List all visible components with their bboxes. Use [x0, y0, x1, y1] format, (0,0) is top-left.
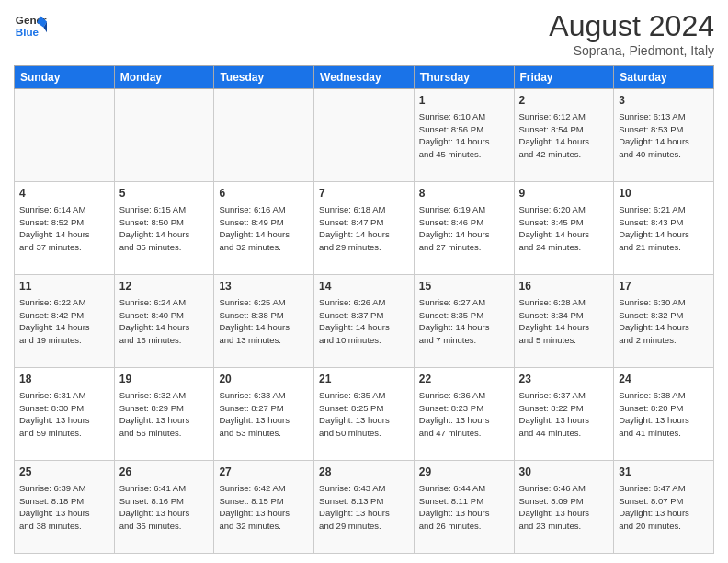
day-number-20: 20: [219, 372, 309, 387]
day-info-5: Sunrise: 6:15 AM Sunset: 8:50 PM Dayligh…: [119, 203, 210, 254]
day-info-6: Sunrise: 6:16 AM Sunset: 8:49 PM Dayligh…: [219, 203, 309, 254]
day-cell-1-3: 7Sunrise: 6:18 AM Sunset: 8:47 PM Daylig…: [314, 182, 415, 275]
day-info-29: Sunrise: 6:44 AM Sunset: 8:11 PM Dayligh…: [419, 482, 509, 533]
day-number-24: 24: [619, 372, 709, 387]
day-cell-0-5: 2Sunrise: 6:12 AM Sunset: 8:54 PM Daylig…: [514, 89, 614, 182]
day-number-21: 21: [319, 372, 409, 387]
day-number-10: 10: [619, 186, 709, 201]
day-cell-3-3: 21Sunrise: 6:35 AM Sunset: 8:25 PM Dayli…: [314, 368, 415, 461]
logo: General Blue: [14, 9, 47, 42]
day-number-16: 16: [519, 279, 609, 294]
day-info-25: Sunrise: 6:39 AM Sunset: 8:18 PM Dayligh…: [19, 482, 109, 533]
day-info-1: Sunrise: 6:10 AM Sunset: 8:56 PM Dayligh…: [419, 110, 509, 161]
day-cell-4-2: 27Sunrise: 6:42 AM Sunset: 8:15 PM Dayli…: [214, 461, 314, 554]
day-info-31: Sunrise: 6:47 AM Sunset: 8:07 PM Dayligh…: [619, 482, 709, 533]
header-tuesday: Tuesday: [214, 66, 314, 89]
day-number-11: 11: [19, 279, 109, 294]
day-cell-1-2: 6Sunrise: 6:16 AM Sunset: 8:49 PM Daylig…: [214, 182, 314, 275]
day-number-12: 12: [119, 279, 210, 294]
day-info-16: Sunrise: 6:28 AM Sunset: 8:34 PM Dayligh…: [519, 296, 609, 347]
week-row-1: 4Sunrise: 6:14 AM Sunset: 8:52 PM Daylig…: [15, 182, 714, 275]
day-number-15: 15: [419, 279, 509, 294]
svg-text:Blue: Blue: [16, 26, 40, 38]
day-info-27: Sunrise: 6:42 AM Sunset: 8:15 PM Dayligh…: [219, 482, 309, 533]
day-cell-0-1: [114, 89, 214, 182]
day-number-7: 7: [319, 186, 409, 201]
day-number-3: 3: [619, 93, 709, 109]
day-info-19: Sunrise: 6:32 AM Sunset: 8:29 PM Dayligh…: [119, 389, 210, 440]
day-info-22: Sunrise: 6:36 AM Sunset: 8:23 PM Dayligh…: [419, 389, 509, 440]
logo-icon: General Blue: [14, 9, 47, 42]
day-number-26: 26: [119, 465, 210, 480]
day-info-15: Sunrise: 6:27 AM Sunset: 8:35 PM Dayligh…: [419, 296, 509, 347]
day-cell-3-1: 19Sunrise: 6:32 AM Sunset: 8:29 PM Dayli…: [114, 368, 214, 461]
day-cell-1-6: 10Sunrise: 6:21 AM Sunset: 8:43 PM Dayli…: [614, 182, 714, 275]
day-info-9: Sunrise: 6:20 AM Sunset: 8:45 PM Dayligh…: [519, 203, 609, 254]
day-number-18: 18: [19, 372, 109, 387]
day-number-2: 2: [519, 93, 609, 109]
day-cell-1-5: 9Sunrise: 6:20 AM Sunset: 8:45 PM Daylig…: [514, 182, 614, 275]
week-row-3: 18Sunrise: 6:31 AM Sunset: 8:30 PM Dayli…: [15, 368, 714, 461]
day-info-28: Sunrise: 6:43 AM Sunset: 8:13 PM Dayligh…: [319, 482, 409, 533]
day-cell-3-5: 23Sunrise: 6:37 AM Sunset: 8:22 PM Dayli…: [514, 368, 614, 461]
day-info-12: Sunrise: 6:24 AM Sunset: 8:40 PM Dayligh…: [119, 296, 210, 347]
day-cell-0-0: [15, 89, 115, 182]
day-cell-2-0: 11Sunrise: 6:22 AM Sunset: 8:42 PM Dayli…: [15, 275, 115, 368]
day-number-13: 13: [219, 279, 309, 294]
day-cell-0-3: [314, 89, 415, 182]
day-cell-3-4: 22Sunrise: 6:36 AM Sunset: 8:23 PM Dayli…: [414, 368, 514, 461]
day-cell-3-0: 18Sunrise: 6:31 AM Sunset: 8:30 PM Dayli…: [15, 368, 115, 461]
page: General Blue August 2024 Soprana, Piedmo…: [0, 0, 728, 563]
day-info-13: Sunrise: 6:25 AM Sunset: 8:38 PM Dayligh…: [219, 296, 309, 347]
day-number-14: 14: [319, 279, 409, 294]
day-cell-2-5: 16Sunrise: 6:28 AM Sunset: 8:34 PM Dayli…: [514, 275, 614, 368]
day-info-18: Sunrise: 6:31 AM Sunset: 8:30 PM Dayligh…: [19, 389, 109, 440]
day-info-30: Sunrise: 6:46 AM Sunset: 8:09 PM Dayligh…: [519, 482, 609, 533]
day-cell-1-4: 8Sunrise: 6:19 AM Sunset: 8:46 PM Daylig…: [414, 182, 514, 275]
day-cell-3-2: 20Sunrise: 6:33 AM Sunset: 8:27 PM Dayli…: [214, 368, 314, 461]
day-info-26: Sunrise: 6:41 AM Sunset: 8:16 PM Dayligh…: [119, 482, 210, 533]
day-info-11: Sunrise: 6:22 AM Sunset: 8:42 PM Dayligh…: [19, 296, 109, 347]
day-info-3: Sunrise: 6:13 AM Sunset: 8:53 PM Dayligh…: [619, 110, 709, 161]
day-cell-4-5: 30Sunrise: 6:46 AM Sunset: 8:09 PM Dayli…: [514, 461, 614, 554]
day-cell-4-4: 29Sunrise: 6:44 AM Sunset: 8:11 PM Dayli…: [414, 461, 514, 554]
day-cell-1-0: 4Sunrise: 6:14 AM Sunset: 8:52 PM Daylig…: [15, 182, 115, 275]
day-number-31: 31: [619, 465, 709, 480]
day-cell-4-1: 26Sunrise: 6:41 AM Sunset: 8:16 PM Dayli…: [114, 461, 214, 554]
day-info-4: Sunrise: 6:14 AM Sunset: 8:52 PM Dayligh…: [19, 203, 109, 254]
day-cell-2-6: 17Sunrise: 6:30 AM Sunset: 8:32 PM Dayli…: [614, 275, 714, 368]
subtitle: Soprana, Piedmont, Italy: [549, 43, 714, 58]
calendar-header-row: Sunday Monday Tuesday Wednesday Thursday…: [15, 66, 714, 89]
day-info-8: Sunrise: 6:19 AM Sunset: 8:46 PM Dayligh…: [419, 203, 509, 254]
day-cell-1-1: 5Sunrise: 6:15 AM Sunset: 8:50 PM Daylig…: [114, 182, 214, 275]
day-cell-0-2: [214, 89, 314, 182]
day-cell-2-1: 12Sunrise: 6:24 AM Sunset: 8:40 PM Dayli…: [114, 275, 214, 368]
day-info-10: Sunrise: 6:21 AM Sunset: 8:43 PM Dayligh…: [619, 203, 709, 254]
day-cell-4-3: 28Sunrise: 6:43 AM Sunset: 8:13 PM Dayli…: [314, 461, 415, 554]
day-cell-0-4: 1Sunrise: 6:10 AM Sunset: 8:56 PM Daylig…: [414, 89, 514, 182]
day-number-27: 27: [219, 465, 309, 480]
day-number-23: 23: [519, 372, 609, 387]
day-number-6: 6: [219, 186, 309, 201]
day-number-4: 4: [19, 186, 109, 201]
day-cell-2-3: 14Sunrise: 6:26 AM Sunset: 8:37 PM Dayli…: [314, 275, 415, 368]
day-cell-2-4: 15Sunrise: 6:27 AM Sunset: 8:35 PM Dayli…: [414, 275, 514, 368]
header-saturday: Saturday: [614, 66, 714, 89]
day-number-29: 29: [419, 465, 509, 480]
day-number-28: 28: [319, 465, 409, 480]
day-info-17: Sunrise: 6:30 AM Sunset: 8:32 PM Dayligh…: [619, 296, 709, 347]
title-section: August 2024 Soprana, Piedmont, Italy: [549, 9, 714, 58]
day-number-1: 1: [419, 93, 509, 109]
day-info-20: Sunrise: 6:33 AM Sunset: 8:27 PM Dayligh…: [219, 389, 309, 440]
week-row-2: 11Sunrise: 6:22 AM Sunset: 8:42 PM Dayli…: [15, 275, 714, 368]
day-info-23: Sunrise: 6:37 AM Sunset: 8:22 PM Dayligh…: [519, 389, 609, 440]
day-number-25: 25: [19, 465, 109, 480]
header-friday: Friday: [514, 66, 614, 89]
day-number-8: 8: [419, 186, 509, 201]
week-row-4: 25Sunrise: 6:39 AM Sunset: 8:18 PM Dayli…: [15, 461, 714, 554]
day-number-30: 30: [519, 465, 609, 480]
header-sunday: Sunday: [15, 66, 115, 89]
day-cell-2-2: 13Sunrise: 6:25 AM Sunset: 8:38 PM Dayli…: [214, 275, 314, 368]
header-thursday: Thursday: [414, 66, 514, 89]
day-cell-0-6: 3Sunrise: 6:13 AM Sunset: 8:53 PM Daylig…: [614, 89, 714, 182]
